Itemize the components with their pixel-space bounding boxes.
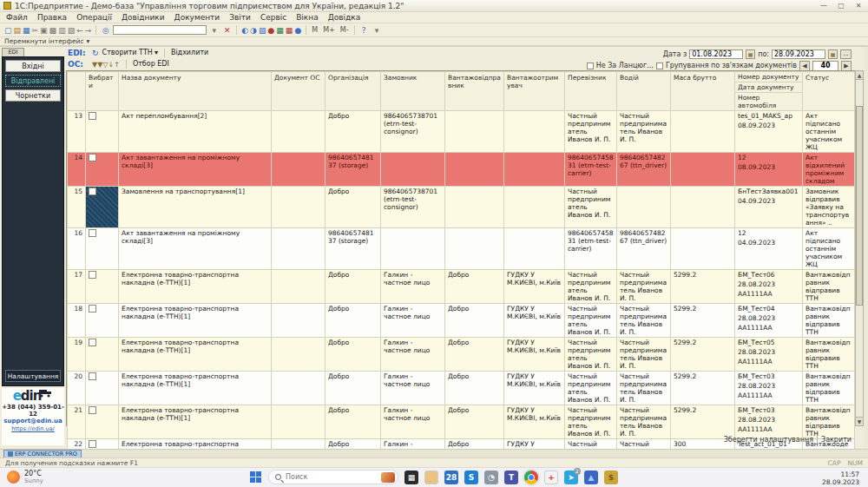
row-checkbox[interactable] xyxy=(89,372,96,380)
print-preview-icon[interactable]: ▧ xyxy=(67,25,76,36)
help-icon[interactable]: ? xyxy=(358,24,370,36)
calendar-icon[interactable]: ▦ xyxy=(746,49,755,59)
menu-item[interactable]: Довідники xyxy=(122,13,165,22)
teams-icon[interactable]: T xyxy=(504,471,518,484)
taskbar-search-input[interactable] xyxy=(286,473,377,481)
tab-edi[interactable]: EDI xyxy=(2,48,24,56)
table-row[interactable]: 16Акт завантаження на проміжному складі[… xyxy=(68,228,855,270)
create-ttn-button[interactable]: Створити ТТН▾ xyxy=(102,49,158,56)
date-to-input[interactable] xyxy=(772,49,825,59)
table-row[interactable]: 15Замовлення на транспортування[1]Добро9… xyxy=(68,187,855,228)
header-shipper[interactable]: Вантажовідправник xyxy=(445,72,504,111)
save-icon[interactable]: ▦ xyxy=(22,25,31,36)
menu-item[interactable]: Вікна xyxy=(296,13,319,22)
row-checkbox[interactable] xyxy=(89,305,96,313)
taskbar-weather-widget[interactable]: 20°C Sunny xyxy=(7,470,43,484)
page-prev-button[interactable]: ◀ xyxy=(799,61,810,71)
minimize-button[interactable]: — xyxy=(818,2,830,10)
calendar-icon[interactable]: ▦ xyxy=(828,49,838,59)
windows-icon[interactable]: ▨ xyxy=(258,25,267,36)
support-email-link[interactable]: support@edin.ua xyxy=(2,418,64,424)
table-row[interactable]: 21Електронна товарно-транспортна накладн… xyxy=(68,405,855,439)
user-icon[interactable]: ● xyxy=(293,25,302,36)
start-button[interactable] xyxy=(250,471,262,484)
sidebar-item-вхідні[interactable]: Вхідні xyxy=(5,60,61,72)
reject-button[interactable]: Відхилити xyxy=(171,49,208,56)
m-minus-button[interactable]: M- xyxy=(339,26,351,34)
table-green-icon[interactable]: ▦ xyxy=(275,25,285,36)
header-driver[interactable]: Водій xyxy=(617,72,671,111)
group-checkbox[interactable] xyxy=(656,63,663,69)
date-from-input[interactable] xyxy=(689,49,743,59)
row-checkbox[interactable] xyxy=(89,188,96,195)
table-row[interactable]: 14Акт завантаження на проміжному складі[… xyxy=(68,153,855,187)
toolbar-more-icon[interactable]: ▾ xyxy=(372,24,383,36)
search-clear-icon[interactable]: ✕ xyxy=(221,24,233,36)
vertical-scrollbar[interactable]: ▲ ▼ xyxy=(855,70,864,426)
menu-item[interactable]: Правка xyxy=(37,13,67,22)
row-checkbox[interactable] xyxy=(89,271,96,279)
header-consignee[interactable]: Вантажоотримувач xyxy=(504,72,565,111)
menu-item[interactable]: Звіти xyxy=(229,13,251,22)
menu-item[interactable]: Сервіс xyxy=(260,13,286,22)
telegram-icon[interactable]: ➤2 xyxy=(564,471,578,484)
scrollbar-thumb[interactable] xyxy=(856,106,863,306)
scroll-down-icon[interactable]: ▼ xyxy=(856,417,863,425)
scroll-up-icon[interactable]: ▲ xyxy=(856,71,863,80)
taskbar-clock[interactable]: 11:57 28.09.2023 xyxy=(822,471,859,486)
select-cell[interactable] xyxy=(86,228,119,270)
select-cell[interactable] xyxy=(86,187,119,228)
header-select[interactable]: Вибрати xyxy=(86,72,119,111)
table-row[interactable]: 17Електронна товарно-транспортна накладн… xyxy=(68,270,855,304)
new-document-icon[interactable]: ▢ xyxy=(3,25,13,36)
row-checkbox[interactable] xyxy=(89,339,96,346)
edin-site-link[interactable]: https://edin.ua/ xyxy=(2,425,64,432)
select-cell[interactable] xyxy=(86,405,119,439)
header-doc-number[interactable]: Номер документу Дата документу Номер авт… xyxy=(735,72,803,111)
save-settings-button[interactable]: Зберегти налаштування xyxy=(724,436,813,444)
coin-icon[interactable]: $ xyxy=(604,471,618,484)
header-doc-name[interactable]: Назва документу xyxy=(119,72,272,111)
header-carrier[interactable]: Перевізник xyxy=(565,72,617,111)
row-checkbox[interactable] xyxy=(89,229,96,237)
edi-filter-button[interactable]: Отбор EDI xyxy=(133,60,169,68)
page-next-button[interactable]: ▶ xyxy=(841,61,852,71)
maximize-button[interactable]: ▢ xyxy=(835,2,847,10)
calendar-icon[interactable]: 28 xyxy=(444,471,458,484)
table-row[interactable]: 13Акт перепломбування[2]Добро98640657387… xyxy=(68,111,855,153)
menu-item[interactable]: Файл xyxy=(6,13,28,22)
header-gross-mass[interactable]: Маса брутто xyxy=(671,72,735,111)
skype-icon[interactable]: S xyxy=(464,471,478,484)
close-button[interactable]: ✕ xyxy=(852,2,865,10)
row-checkbox[interactable] xyxy=(89,112,96,120)
m-button[interactable]: M xyxy=(310,26,319,34)
sidebar-item-active[interactable]: Відправлені xyxy=(5,75,61,87)
row-checkbox[interactable] xyxy=(89,154,96,161)
row-checkbox[interactable] xyxy=(89,406,96,414)
folder-icon[interactable] xyxy=(424,471,438,484)
table-row[interactable]: 18Електронна товарно-транспортна накладн… xyxy=(68,304,855,338)
date-more-button[interactable]: ... xyxy=(840,49,852,59)
values-icon[interactable]: ◐ xyxy=(240,25,249,36)
search-dropdown-icon[interactable]: ▾ xyxy=(208,24,220,36)
print-icon[interactable]: ▥ xyxy=(57,25,67,36)
chain-checkbox[interactable] xyxy=(587,63,594,69)
open-icon[interactable]: ▤ xyxy=(13,25,23,36)
table-red-icon[interactable]: ▦ xyxy=(285,25,294,36)
table-row[interactable]: 20Електронна товарно-транспортна накладн… xyxy=(68,372,855,405)
health-icon[interactable]: + xyxy=(544,471,558,484)
cut-icon[interactable]: ✂ xyxy=(31,25,40,36)
menu-item[interactable]: Довідка xyxy=(328,13,361,22)
sort-desc-icon[interactable]: ↑ xyxy=(114,61,120,69)
quick-search-input[interactable] xyxy=(113,25,207,35)
select-cell[interactable] xyxy=(86,111,119,153)
stop-icon[interactable]: ● xyxy=(266,25,275,36)
select-cell[interactable] xyxy=(86,338,119,372)
page-size-input[interactable] xyxy=(812,61,838,71)
photos-icon[interactable]: ▲ xyxy=(584,471,598,484)
select-cell[interactable] xyxy=(86,304,119,338)
close-window-button[interactable]: Закрити xyxy=(821,436,852,444)
taskbar-search[interactable] xyxy=(268,470,398,484)
table-row[interactable]: 19Електронна товарно-транспортна накладн… xyxy=(68,338,855,372)
select-cell[interactable] xyxy=(86,372,119,405)
